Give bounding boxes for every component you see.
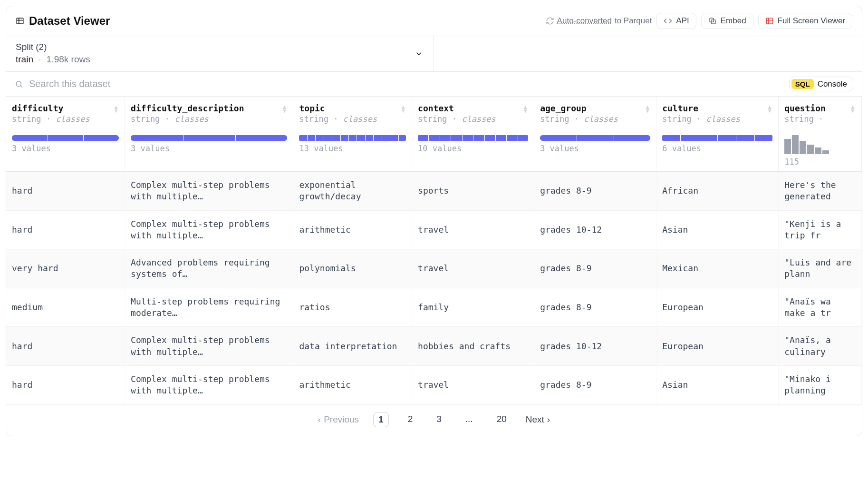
sql-console-button[interactable]: SQL Console bbox=[789, 77, 853, 91]
cell-difficulty_description: Complex multi-step problems with multipl… bbox=[125, 210, 293, 249]
sort-icon[interactable]: ▲▼ bbox=[645, 105, 650, 113]
sort-icon[interactable]: ▲▼ bbox=[522, 105, 528, 113]
cell-culture: European bbox=[656, 327, 779, 366]
cell-culture: Mexican bbox=[656, 249, 779, 288]
cell-context: sports bbox=[412, 172, 534, 211]
search-input[interactable] bbox=[29, 79, 789, 89]
search-icon bbox=[15, 80, 23, 88]
sort-icon[interactable]: ▲▼ bbox=[767, 105, 772, 113]
split-label: Split (2) bbox=[16, 42, 424, 52]
column-header-difficulty[interactable]: difficultystring · classes▲▼3 values bbox=[6, 97, 125, 172]
table-row[interactable]: hardComplex multi-step problems with mul… bbox=[6, 210, 862, 249]
cell-age_group: grades 10-12 bbox=[534, 327, 656, 366]
cell-context: hobbies and crafts bbox=[412, 327, 534, 366]
sort-icon[interactable]: ▲▼ bbox=[113, 105, 119, 113]
cell-difficulty: hard bbox=[6, 172, 125, 211]
cell-question: Here's the generated bbox=[779, 172, 862, 211]
sort-icon[interactable]: ▲▼ bbox=[400, 105, 406, 113]
cell-culture: European bbox=[656, 288, 779, 327]
cell-age_group: grades 8-9 bbox=[534, 249, 656, 288]
split-selector[interactable]: Split (2) train · 1.98k rows bbox=[6, 36, 434, 71]
code-icon bbox=[664, 17, 672, 25]
table-row[interactable]: very hardAdvanced problems requiring sys… bbox=[6, 249, 862, 288]
cell-topic: polynomials bbox=[293, 249, 412, 288]
pager-page-2[interactable]: 2 bbox=[403, 412, 418, 427]
pager-page-1[interactable]: 1 bbox=[373, 412, 389, 427]
svg-rect-0 bbox=[17, 18, 23, 24]
cell-question: "Anaïs, a culinary bbox=[779, 327, 862, 366]
api-button[interactable]: API bbox=[656, 13, 696, 29]
column-header-question[interactable]: questionstring ·▲▼115 bbox=[779, 97, 862, 172]
chevron-down-icon bbox=[415, 49, 423, 58]
cell-difficulty_description: Multi-step problems requiring moderate… bbox=[125, 288, 293, 327]
cell-age_group: grades 8-9 bbox=[534, 288, 656, 327]
sql-chip: SQL bbox=[791, 79, 814, 89]
column-header-age_group[interactable]: age_groupstring · classes▲▼3 values bbox=[534, 97, 656, 172]
pager-previous[interactable]: ‹ Previous bbox=[318, 414, 359, 425]
cell-topic: arithmetic bbox=[293, 210, 412, 249]
column-header-context[interactable]: contextstring · classes▲▼10 values bbox=[412, 97, 534, 172]
split-row-count: 1.98k rows bbox=[47, 54, 90, 64]
cell-culture: African bbox=[656, 172, 779, 211]
auto-converted-link[interactable]: Auto-converted bbox=[557, 16, 612, 26]
cell-difficulty: very hard bbox=[6, 249, 125, 288]
table-row[interactable]: hardComplex multi-step problems with mul… bbox=[6, 327, 862, 366]
cell-topic: ratios bbox=[293, 288, 412, 327]
table-red-icon bbox=[765, 17, 774, 25]
chevron-right-icon: › bbox=[547, 414, 550, 425]
embed-button[interactable]: Embed bbox=[701, 13, 753, 29]
auto-converted-note: Auto-converted to Parquet bbox=[546, 16, 652, 26]
cell-difficulty_description: Advanced problems requiring systems of… bbox=[125, 249, 293, 288]
chevron-left-icon: ‹ bbox=[318, 414, 321, 425]
cell-culture: Asian bbox=[656, 210, 779, 249]
cell-context: family bbox=[412, 288, 534, 327]
refresh-icon bbox=[546, 17, 554, 25]
cell-difficulty: hard bbox=[6, 327, 125, 366]
cell-difficulty_description: Complex multi-step problems with multipl… bbox=[125, 172, 293, 211]
cell-topic: arithmetic bbox=[293, 365, 412, 404]
cell-question: "Anaïs wa make a tr bbox=[779, 288, 862, 327]
cell-context: travel bbox=[412, 365, 534, 404]
cell-difficulty: medium bbox=[6, 288, 125, 327]
sort-icon[interactable]: ▲▼ bbox=[282, 105, 288, 113]
cell-age_group: grades 8-9 bbox=[534, 172, 656, 211]
table-row[interactable]: mediumMulti-step problems requiring mode… bbox=[6, 288, 862, 327]
cell-difficulty_description: Complex multi-step problems with multipl… bbox=[125, 327, 293, 366]
pager-page-3[interactable]: 3 bbox=[432, 412, 446, 427]
column-header-difficulty_description[interactable]: difficulty_descriptionstring · classes▲▼… bbox=[125, 97, 293, 172]
table-row[interactable]: hardComplex multi-step problems with mul… bbox=[6, 172, 862, 211]
sort-icon[interactable]: ▲▼ bbox=[850, 105, 856, 113]
cell-topic: exponential growth/decay bbox=[293, 172, 412, 211]
cell-difficulty: hard bbox=[6, 365, 125, 404]
cell-age_group: grades 8-9 bbox=[534, 365, 656, 404]
table-row[interactable]: hardComplex multi-step problems with mul… bbox=[6, 365, 862, 404]
cell-context: travel bbox=[412, 249, 534, 288]
cell-difficulty: hard bbox=[6, 210, 125, 249]
cell-culture: Asian bbox=[656, 365, 779, 404]
copy-icon bbox=[708, 17, 717, 25]
table-grid-icon bbox=[16, 17, 24, 25]
cell-question: "Luis and are plann bbox=[779, 249, 862, 288]
cell-context: travel bbox=[412, 210, 534, 249]
pagination: ‹ Previous 123...20 Next › bbox=[6, 405, 862, 436]
column-header-culture[interactable]: culturestring · classes▲▼6 values bbox=[656, 97, 779, 172]
cell-topic: data interpretation bbox=[293, 327, 412, 366]
split-name: train bbox=[16, 54, 33, 64]
pager-ellipsis: ... bbox=[461, 412, 478, 427]
cell-age_group: grades 10-12 bbox=[534, 210, 656, 249]
pager-page-20[interactable]: 20 bbox=[492, 412, 511, 427]
cell-question: "Minako i planning bbox=[779, 365, 862, 404]
pager-next[interactable]: Next › bbox=[526, 414, 550, 425]
svg-line-9 bbox=[20, 86, 22, 87]
column-header-topic[interactable]: topicstring · classes▲▼13 values bbox=[293, 97, 412, 172]
cell-difficulty_description: Complex multi-step problems with multipl… bbox=[125, 365, 293, 404]
fullscreen-button[interactable]: Full Screen Viewer bbox=[758, 13, 852, 29]
cell-question: "Kenji is a trip fr bbox=[779, 210, 862, 249]
svg-point-8 bbox=[16, 81, 21, 87]
page-title: Dataset Viewer bbox=[29, 14, 110, 28]
svg-rect-5 bbox=[766, 18, 773, 24]
